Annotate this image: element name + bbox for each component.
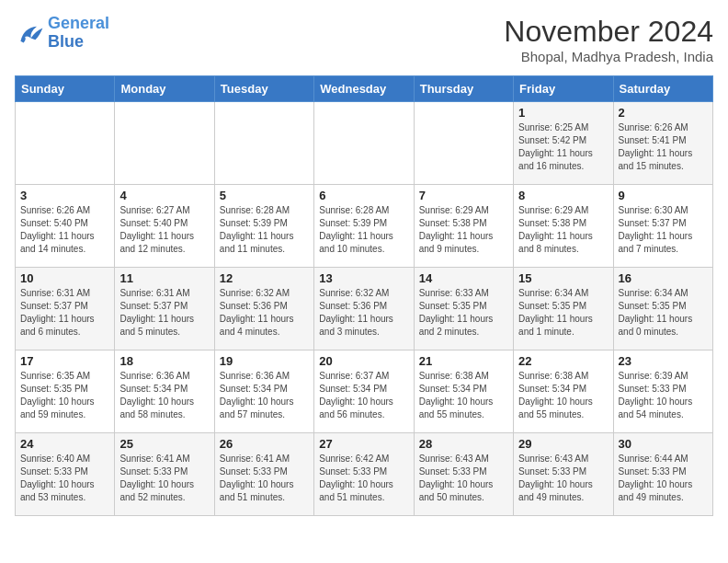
- calendar-week-row: 17Sunrise: 6:35 AM Sunset: 5:35 PM Dayli…: [16, 350, 713, 433]
- weekday-header: Sunday: [16, 76, 115, 102]
- calendar-table: SundayMondayTuesdayWednesdayThursdayFrid…: [15, 75, 713, 516]
- calendar-cell: 26Sunrise: 6:41 AM Sunset: 5:33 PM Dayli…: [214, 433, 313, 516]
- day-number: 24: [20, 437, 109, 451]
- calendar-cell: 7Sunrise: 6:29 AM Sunset: 5:38 PM Daylig…: [414, 185, 513, 268]
- day-number: 21: [419, 354, 508, 368]
- day-info: Sunrise: 6:42 AM Sunset: 5:33 PM Dayligh…: [319, 453, 408, 504]
- day-info: Sunrise: 6:41 AM Sunset: 5:33 PM Dayligh…: [119, 453, 209, 504]
- day-info: Sunrise: 6:38 AM Sunset: 5:34 PM Dayligh…: [419, 370, 508, 421]
- calendar-cell: 6Sunrise: 6:28 AM Sunset: 5:39 PM Daylig…: [314, 185, 414, 268]
- day-number: 20: [319, 354, 408, 368]
- day-info: Sunrise: 6:39 AM Sunset: 5:33 PM Dayligh…: [619, 370, 708, 421]
- calendar-cell: [314, 102, 414, 185]
- calendar-cell: 10Sunrise: 6:31 AM Sunset: 5:37 PM Dayli…: [16, 268, 115, 350]
- calendar-cell: 8Sunrise: 6:29 AM Sunset: 5:38 PM Daylig…: [514, 185, 613, 268]
- day-number: 10: [20, 271, 109, 285]
- weekday-header: Monday: [115, 76, 214, 102]
- logo-icon: [15, 20, 44, 46]
- day-info: Sunrise: 6:34 AM Sunset: 5:35 PM Dayligh…: [518, 287, 608, 339]
- calendar-cell: 5Sunrise: 6:28 AM Sunset: 5:39 PM Daylig…: [214, 185, 313, 268]
- day-number: 14: [419, 271, 508, 285]
- day-number: 23: [619, 354, 708, 368]
- day-info: Sunrise: 6:43 AM Sunset: 5:33 PM Dayligh…: [419, 453, 508, 504]
- weekday-header: Thursday: [414, 76, 513, 102]
- calendar-cell: 24Sunrise: 6:40 AM Sunset: 5:33 PM Dayli…: [16, 433, 115, 516]
- calendar-cell: [214, 102, 313, 185]
- day-info: Sunrise: 6:26 AM Sunset: 5:40 PM Dayligh…: [20, 204, 109, 256]
- calendar-cell: 30Sunrise: 6:44 AM Sunset: 5:33 PM Dayli…: [613, 433, 712, 516]
- day-info: Sunrise: 6:30 AM Sunset: 5:37 PM Dayligh…: [619, 204, 708, 256]
- day-info: Sunrise: 6:38 AM Sunset: 5:34 PM Dayligh…: [518, 370, 608, 421]
- day-number: 22: [518, 354, 608, 368]
- calendar-week-row: 24Sunrise: 6:40 AM Sunset: 5:33 PM Dayli…: [16, 433, 713, 516]
- location: Bhopal, Madhya Pradesh, India: [504, 49, 713, 64]
- weekday-header: Tuesday: [214, 76, 313, 102]
- calendar-cell: 16Sunrise: 6:34 AM Sunset: 5:35 PM Dayli…: [613, 268, 712, 350]
- calendar-cell: [115, 102, 214, 185]
- day-number: 2: [619, 106, 708, 120]
- day-number: 13: [319, 271, 408, 285]
- weekday-header: Friday: [514, 76, 613, 102]
- day-number: 19: [220, 354, 309, 368]
- calendar-cell: 22Sunrise: 6:38 AM Sunset: 5:34 PM Dayli…: [514, 350, 613, 433]
- calendar-cell: 29Sunrise: 6:43 AM Sunset: 5:33 PM Dayli…: [514, 433, 613, 516]
- page-header: General Blue November 2024 Bhopal, Madhy…: [15, 15, 713, 64]
- calendar-cell: 20Sunrise: 6:37 AM Sunset: 5:34 PM Dayli…: [314, 350, 414, 433]
- day-number: 6: [319, 189, 408, 202]
- day-info: Sunrise: 6:41 AM Sunset: 5:33 PM Dayligh…: [220, 453, 309, 504]
- calendar-cell: 14Sunrise: 6:33 AM Sunset: 5:35 PM Dayli…: [414, 268, 513, 350]
- calendar-cell: 15Sunrise: 6:34 AM Sunset: 5:35 PM Dayli…: [514, 268, 613, 350]
- day-info: Sunrise: 6:32 AM Sunset: 5:36 PM Dayligh…: [220, 287, 309, 339]
- calendar-week-row: 1Sunrise: 6:25 AM Sunset: 5:42 PM Daylig…: [16, 102, 713, 185]
- day-info: Sunrise: 6:27 AM Sunset: 5:40 PM Dayligh…: [119, 204, 209, 256]
- calendar-cell: 13Sunrise: 6:32 AM Sunset: 5:36 PM Dayli…: [314, 268, 414, 350]
- day-info: Sunrise: 6:36 AM Sunset: 5:34 PM Dayligh…: [119, 370, 209, 421]
- day-info: Sunrise: 6:35 AM Sunset: 5:35 PM Dayligh…: [20, 370, 109, 421]
- day-info: Sunrise: 6:28 AM Sunset: 5:39 PM Dayligh…: [220, 204, 309, 256]
- day-number: 17: [20, 354, 109, 368]
- day-number: 9: [619, 189, 708, 202]
- day-info: Sunrise: 6:33 AM Sunset: 5:35 PM Dayligh…: [419, 287, 508, 339]
- month-title: November 2024: [504, 15, 713, 49]
- title-block: November 2024 Bhopal, Madhya Pradesh, In…: [504, 15, 713, 64]
- calendar-cell: 25Sunrise: 6:41 AM Sunset: 5:33 PM Dayli…: [115, 433, 214, 516]
- day-number: 4: [119, 189, 209, 202]
- day-info: Sunrise: 6:32 AM Sunset: 5:36 PM Dayligh…: [319, 287, 408, 339]
- day-info: Sunrise: 6:29 AM Sunset: 5:38 PM Dayligh…: [419, 204, 508, 256]
- calendar-cell: 11Sunrise: 6:31 AM Sunset: 5:37 PM Dayli…: [115, 268, 214, 350]
- logo: General Blue: [15, 15, 109, 52]
- day-info: Sunrise: 6:44 AM Sunset: 5:33 PM Dayligh…: [619, 453, 708, 504]
- day-info: Sunrise: 6:36 AM Sunset: 5:34 PM Dayligh…: [220, 370, 309, 421]
- day-number: 11: [119, 271, 209, 285]
- day-number: 30: [619, 437, 708, 451]
- weekday-header-row: SundayMondayTuesdayWednesdayThursdayFrid…: [16, 76, 713, 102]
- calendar-cell: 1Sunrise: 6:25 AM Sunset: 5:42 PM Daylig…: [514, 102, 613, 185]
- day-info: Sunrise: 6:40 AM Sunset: 5:33 PM Dayligh…: [20, 453, 109, 504]
- day-number: 29: [518, 437, 608, 451]
- day-number: 27: [319, 437, 408, 451]
- day-info: Sunrise: 6:34 AM Sunset: 5:35 PM Dayligh…: [619, 287, 708, 339]
- calendar-cell: 19Sunrise: 6:36 AM Sunset: 5:34 PM Dayli…: [214, 350, 313, 433]
- calendar-cell: 28Sunrise: 6:43 AM Sunset: 5:33 PM Dayli…: [414, 433, 513, 516]
- weekday-header: Wednesday: [314, 76, 414, 102]
- day-number: 8: [518, 189, 608, 202]
- day-number: 18: [119, 354, 209, 368]
- day-number: 26: [220, 437, 309, 451]
- day-info: Sunrise: 6:37 AM Sunset: 5:34 PM Dayligh…: [319, 370, 408, 421]
- day-info: Sunrise: 6:25 AM Sunset: 5:42 PM Dayligh…: [518, 121, 608, 173]
- day-number: 28: [419, 437, 508, 451]
- day-info: Sunrise: 6:31 AM Sunset: 5:37 PM Dayligh…: [119, 287, 209, 339]
- calendar-cell: 2Sunrise: 6:26 AM Sunset: 5:41 PM Daylig…: [613, 102, 712, 185]
- day-number: 15: [518, 271, 608, 285]
- calendar-cell: 21Sunrise: 6:38 AM Sunset: 5:34 PM Dayli…: [414, 350, 513, 433]
- day-info: Sunrise: 6:43 AM Sunset: 5:33 PM Dayligh…: [518, 453, 608, 504]
- calendar-cell: 12Sunrise: 6:32 AM Sunset: 5:36 PM Dayli…: [214, 268, 313, 350]
- calendar-week-row: 3Sunrise: 6:26 AM Sunset: 5:40 PM Daylig…: [16, 185, 713, 268]
- day-info: Sunrise: 6:28 AM Sunset: 5:39 PM Dayligh…: [319, 204, 408, 256]
- calendar-cell: 9Sunrise: 6:30 AM Sunset: 5:37 PM Daylig…: [613, 185, 712, 268]
- day-number: 16: [619, 271, 708, 285]
- day-number: 3: [20, 189, 109, 202]
- calendar-cell: 18Sunrise: 6:36 AM Sunset: 5:34 PM Dayli…: [115, 350, 214, 433]
- calendar-cell: [414, 102, 513, 185]
- calendar-cell: 23Sunrise: 6:39 AM Sunset: 5:33 PM Dayli…: [613, 350, 712, 433]
